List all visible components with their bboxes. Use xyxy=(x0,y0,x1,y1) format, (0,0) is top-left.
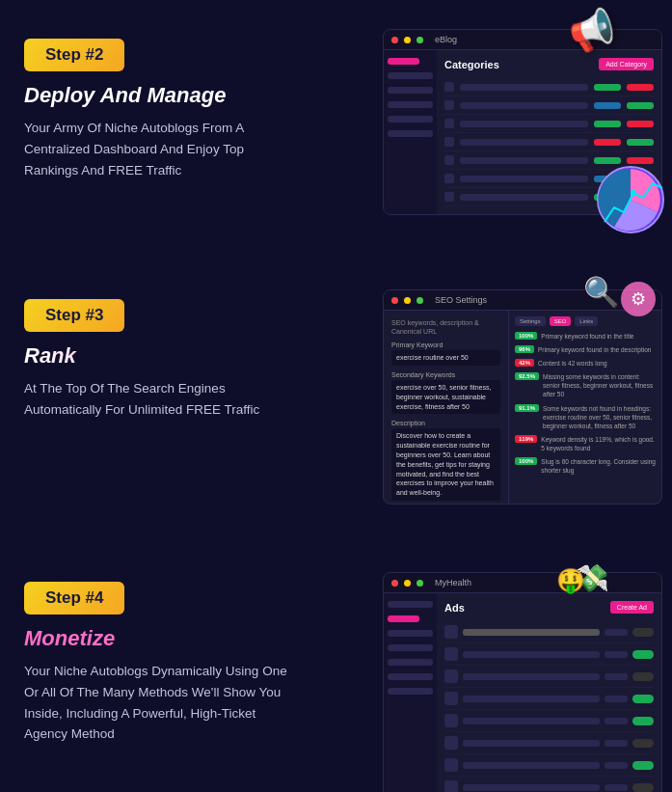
row-text xyxy=(460,194,588,201)
dot-green xyxy=(417,580,423,587)
row-badge2 xyxy=(627,102,654,109)
seo-check-row: 100% Primary keyword found in the title xyxy=(515,332,656,341)
step3-right: 🔍 ⚙ SEO Settings SEO keywords, descr xyxy=(318,289,662,505)
sidebar-item xyxy=(388,630,433,637)
row-badge1 xyxy=(594,121,621,127)
ad-toggle[interactable] xyxy=(632,695,654,703)
row-icon xyxy=(444,137,454,147)
ads-content: Ads Create Ad xyxy=(437,593,661,792)
check-text: Primary keyword found in the title xyxy=(541,332,633,341)
ad-toggle[interactable] xyxy=(632,672,654,681)
row-icon xyxy=(444,155,454,165)
ad-icon xyxy=(444,736,458,750)
ad-icon xyxy=(444,714,458,727)
ad-toggle[interactable] xyxy=(632,650,654,659)
primary-value: exercise routine over 50 xyxy=(391,350,500,366)
ad-icon xyxy=(444,780,458,792)
ad-name xyxy=(463,718,600,724)
tab-settings[interactable]: Settings xyxy=(515,316,546,326)
tab-links[interactable]: Links xyxy=(575,316,598,326)
dot-yellow xyxy=(404,580,411,587)
mockup-sidebar xyxy=(384,50,437,214)
seo-check-row: 91.1% Some keywords not found in heading… xyxy=(515,404,656,430)
step4-desc: Your Niche Autoblogs Dynamically Using O… xyxy=(24,661,299,744)
ads-row xyxy=(444,777,654,792)
ad-icon xyxy=(444,758,458,772)
ad-toggle[interactable] xyxy=(632,628,654,637)
row-text xyxy=(460,102,588,109)
add-category-btn[interactable]: Add Category xyxy=(599,58,654,70)
row-text xyxy=(460,139,588,146)
ad-name xyxy=(463,696,600,702)
sidebar-item xyxy=(388,688,433,695)
ads-row xyxy=(444,732,654,754)
sidebar-item2 xyxy=(388,87,433,94)
row-badge2 xyxy=(627,139,654,146)
ads-row xyxy=(444,643,654,666)
ad-toggle[interactable] xyxy=(632,739,654,748)
row-badge2 xyxy=(627,84,654,91)
row-badge1 xyxy=(594,139,621,146)
sidebar-item xyxy=(388,601,433,608)
step2-title: Deploy And Manage xyxy=(24,83,299,108)
row-badge1 xyxy=(594,157,621,164)
step3-title: Rank xyxy=(24,343,299,369)
table-row xyxy=(444,78,654,96)
step4-right: 💸 🤑 MyHealth xyxy=(318,572,662,792)
ad-name xyxy=(463,762,600,769)
row-icon xyxy=(444,119,454,128)
sidebar-item5 xyxy=(388,130,433,137)
ad-name xyxy=(463,784,600,791)
ad-stat xyxy=(605,651,628,658)
content-header: Categories Add Category xyxy=(444,58,654,70)
desc-value: Discover how to create a sustainable exe… xyxy=(391,428,500,501)
seo-check-row: 96% Primary keyword found in the descrip… xyxy=(515,345,656,354)
dot-yellow xyxy=(404,297,411,304)
check-badge: 92.5% xyxy=(515,372,539,380)
step3-badge: Step #3 xyxy=(24,299,124,332)
secondary-label: Secondary Keywords xyxy=(391,371,500,378)
row-icon xyxy=(444,82,454,92)
sidebar-active xyxy=(388,58,419,65)
check-badge: 100% xyxy=(515,332,537,340)
ad-toggle[interactable] xyxy=(632,761,654,770)
ad-toggle[interactable] xyxy=(632,717,654,725)
ad-name xyxy=(463,651,600,658)
ads-body: Ads Create Ad xyxy=(384,593,661,792)
ads-row xyxy=(444,621,654,643)
sidebar-item-active xyxy=(388,615,419,622)
ads-topbar-title: MyHealth xyxy=(435,578,471,587)
ads-header: Ads Create Ad xyxy=(444,601,654,614)
ads-sidebar xyxy=(384,593,437,792)
check-badge: 91.1% xyxy=(515,404,539,412)
ad-stat xyxy=(605,629,628,636)
check-text: Keyword density is 119%, which is good. … xyxy=(541,435,656,452)
ad-icon xyxy=(444,692,458,705)
row-text xyxy=(460,157,588,164)
table-row xyxy=(444,96,654,115)
sidebar-item4 xyxy=(388,116,433,123)
create-ad-btn[interactable]: Create Ad xyxy=(610,601,654,614)
ad-toggle[interactable] xyxy=(632,783,654,792)
check-badge: 119% xyxy=(515,435,537,443)
row-icon xyxy=(444,192,454,202)
dot-green xyxy=(417,297,423,304)
page-wrapper: Step #2 Deploy And Manage Your Army Of N… xyxy=(0,0,672,792)
ads-topbar: MyHealth xyxy=(384,573,661,593)
ad-icon xyxy=(444,647,458,661)
check-text: Missing some keywords in content: senior… xyxy=(543,372,656,398)
row-icon xyxy=(444,100,454,110)
tab-seo[interactable]: SEO xyxy=(550,316,572,326)
row-badge1 xyxy=(594,102,621,109)
check-text: Some keywords not found in headings: exe… xyxy=(543,404,656,430)
desc-label: Description xyxy=(391,420,500,426)
secondary-value: exercise over 50, senior fitness, beginn… xyxy=(391,380,500,414)
ads-row xyxy=(444,688,654,710)
step4-mockup: MyHealth Ads Crea xyxy=(383,572,662,792)
ads-row xyxy=(444,754,654,777)
row-text xyxy=(460,84,588,91)
ad-icon xyxy=(444,625,458,639)
seo-topbar-title: SEO Settings xyxy=(435,295,487,305)
seo-check-row: 100% Slug is 60 character long. Consider… xyxy=(515,457,656,475)
step2-desc: Your Army Of Niche Autoblogs From A Cent… xyxy=(24,118,299,180)
